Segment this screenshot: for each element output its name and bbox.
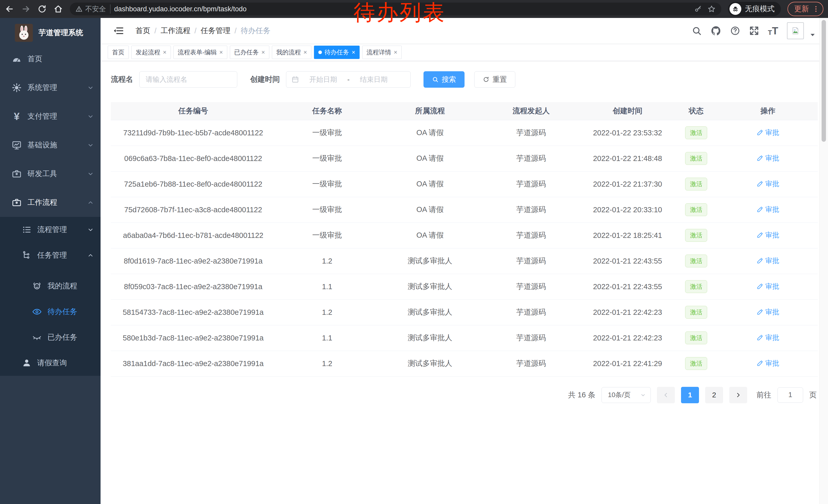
close-icon[interactable]: × [163, 49, 166, 55]
update-button[interactable]: 更新 [787, 2, 823, 16]
site-security[interactable]: 不安全 [75, 4, 111, 13]
app-title: 芋道管理系统 [38, 28, 83, 38]
chevron-up-icon [87, 252, 94, 259]
scrollbar-thumb[interactable] [822, 20, 826, 142]
sidebar-item-home[interactable]: 首页 [0, 45, 100, 73]
tab-process-detail[interactable]: 流程详情 × [362, 46, 402, 59]
breadcrumb-workflow[interactable]: 工作流程 [161, 26, 190, 36]
chevron-up-icon [87, 199, 94, 206]
back-icon[interactable] [5, 4, 14, 14]
start-date-input[interactable] [303, 76, 344, 84]
process-name-input[interactable] [139, 71, 237, 88]
tab-home[interactable]: 首页 [108, 46, 129, 59]
search-button[interactable]: 搜索 [423, 71, 464, 88]
github-icon[interactable] [710, 26, 721, 36]
bookmark-star-icon[interactable] [707, 5, 716, 13]
workflow-submenu: 流程管理 任务管理 我的流程 [0, 217, 100, 376]
sidebar-item-done-task[interactable]: 已办任务 [0, 325, 100, 350]
breadcrumb-home[interactable]: 首页 [135, 26, 150, 36]
reload-icon[interactable] [37, 4, 47, 13]
caret-down-icon[interactable] [810, 33, 815, 37]
page-size-select[interactable]: 10条/页 [602, 387, 651, 403]
address-bar[interactable]: 不安全 dashboard.yudao.iocoder.cn/bpm/task/… [70, 3, 721, 15]
date-range-picker[interactable]: - [286, 71, 411, 88]
sidebar-item-devtools[interactable]: 研发工具 [0, 159, 100, 188]
fullscreen-icon[interactable] [749, 26, 759, 36]
sidebar-item-task-mgmt[interactable]: 任务管理 [0, 242, 100, 268]
cell-task-id: 8f0d1619-7ac8-11ec-a9e2-a2380e71991a [111, 248, 276, 274]
cell-created: 2022-01-22 18:25:41 [581, 223, 674, 248]
status-badge: 激活 [685, 203, 707, 216]
prev-page-button[interactable] [657, 387, 675, 403]
cell-process: OA 请假 [379, 146, 482, 171]
approve-link[interactable]: 审批 [757, 256, 779, 265]
filter-bar: 流程名 创建时间 - 搜索 [111, 71, 818, 88]
end-date-input[interactable] [353, 76, 394, 84]
approve-link[interactable]: 审批 [757, 205, 779, 214]
breadcrumb-task-mgmt[interactable]: 任务管理 [201, 26, 230, 36]
date-range-separator: - [347, 76, 349, 84]
sidebar-item-system[interactable]: 系统管理 [0, 73, 100, 102]
cell-starter: 芋道源码 [481, 248, 581, 274]
page-scrollbar[interactable] [819, 18, 828, 504]
home-icon[interactable] [53, 4, 63, 14]
status-badge: 激活 [685, 229, 707, 241]
approve-link[interactable]: 审批 [757, 153, 779, 163]
sidebar-item-label: 研发工具 [28, 169, 82, 179]
sidebar-item-leave-query[interactable]: 请假查询 [0, 350, 100, 376]
task-table: 任务编号 任务名称 所属流程 流程发起人 创建时间 状态 操作 73211d9d… [111, 102, 818, 377]
search-icon[interactable] [692, 26, 702, 36]
close-icon[interactable]: × [219, 49, 223, 55]
table-row: a6aba0a4-7b6d-11ec-b781-acde48001122 一级审… [111, 223, 818, 248]
tab-form-edit[interactable]: 流程表单-编辑 × [173, 46, 227, 59]
browser-menu-dots-icon[interactable] [812, 5, 820, 13]
approve-link[interactable]: 审批 [757, 179, 779, 188]
cell-task-name: 1.2 [276, 300, 379, 325]
tab-done-task[interactable]: 已办任务 × [230, 46, 269, 59]
close-icon[interactable]: × [394, 49, 397, 55]
close-icon[interactable]: × [303, 49, 307, 55]
tab-todo-task[interactable]: 待办任务 × [314, 46, 360, 59]
cell-task-id: 75d72608-7b7f-11ec-a3c8-acde48001122 [111, 197, 276, 223]
sidebar-item-my-process[interactable]: 我的流程 [0, 273, 100, 299]
approve-link[interactable]: 审批 [757, 307, 779, 317]
reset-button[interactable]: 重置 [474, 71, 515, 88]
cell-task-id: 069c6a63-7b8a-11ec-8ef0-acde48001122 [111, 146, 276, 171]
sidebar-item-workflow[interactable]: 工作流程 [0, 188, 100, 217]
approve-link[interactable]: 审批 [757, 230, 779, 240]
sidebar-item-process-mgmt[interactable]: 流程管理 [0, 217, 100, 242]
cell-created: 2022-01-21 22:43:55 [581, 274, 674, 300]
next-page-button[interactable] [729, 387, 747, 403]
tab-start-process[interactable]: 发起流程 × [131, 46, 171, 59]
sidebar-collapse-icon[interactable] [113, 27, 124, 35]
approve-link[interactable]: 审批 [757, 359, 779, 368]
col-created: 创建时间 [581, 102, 674, 120]
update-label: 更新 [794, 4, 809, 14]
approve-link[interactable]: 审批 [757, 333, 779, 342]
sidebar-item-todo-task[interactable]: 待办任务 [0, 299, 100, 325]
page-button-1[interactable]: 1 [681, 387, 699, 403]
cell-task-id: 725a1eb6-7b88-11ec-8ef0-acde48001122 [111, 171, 276, 197]
top-navbar: 首页 / 工作流程 / 任务管理 / 待办任务 [100, 18, 828, 44]
approve-link[interactable]: 审批 [757, 282, 779, 291]
sidebar-item-infrastructure[interactable]: 基础设施 [0, 131, 100, 159]
help-icon[interactable] [730, 26, 740, 36]
approve-link[interactable]: 审批 [757, 128, 779, 137]
forward-icon[interactable] [21, 4, 31, 14]
cell-task-id: 58154733-7ac8-11ec-a9e2-a2380e71991a [111, 300, 276, 325]
tab-my-process[interactable]: 我的流程 × [272, 46, 312, 59]
password-key-icon[interactable] [694, 5, 702, 13]
goto-page-input[interactable] [778, 387, 803, 403]
avatar[interactable] [787, 22, 804, 39]
close-icon[interactable]: × [261, 49, 265, 55]
font-size-icon[interactable]: TT [768, 26, 778, 36]
sidebar-logo[interactable]: 芋道管理系统 [0, 18, 100, 45]
sidebar-item-payment[interactable]: ¥ 支付管理 [0, 102, 100, 131]
close-icon[interactable]: × [352, 49, 355, 55]
page-button-2[interactable]: 2 [705, 387, 723, 403]
sidebar-item-label: 已办任务 [47, 332, 94, 342]
sidebar-item-label: 我的流程 [47, 281, 94, 291]
cell-task-name: 1.2 [276, 248, 379, 274]
cell-starter: 芋道源码 [481, 120, 581, 146]
cell-created: 2022-01-21 22:43:55 [581, 248, 674, 274]
